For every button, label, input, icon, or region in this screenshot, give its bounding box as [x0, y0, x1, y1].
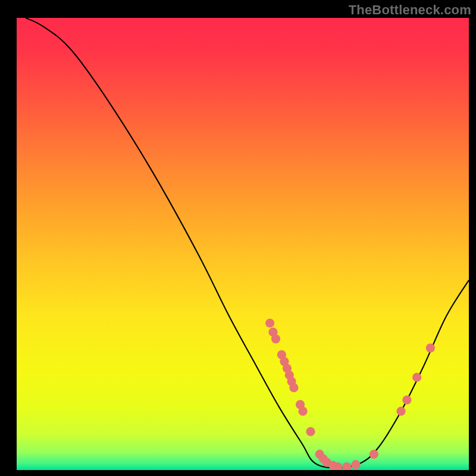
- data-marker: [412, 373, 421, 382]
- data-marker: [369, 450, 378, 459]
- stage: TheBottleneck.com: [0, 0, 476, 476]
- data-marker: [306, 427, 315, 436]
- data-marker: [426, 343, 435, 352]
- data-marker: [265, 318, 274, 327]
- watermark-label: TheBottleneck.com: [349, 2, 471, 18]
- data-marker: [298, 407, 307, 416]
- data-marker: [396, 407, 405, 416]
- data-marker: [289, 383, 298, 392]
- data-marker: [402, 396, 411, 405]
- data-marker: [271, 334, 280, 343]
- bottleneck-chart: [0, 0, 476, 476]
- data-marker: [342, 462, 351, 471]
- plot-area: [17, 18, 469, 470]
- data-marker: [351, 460, 360, 469]
- data-marker: [333, 462, 342, 471]
